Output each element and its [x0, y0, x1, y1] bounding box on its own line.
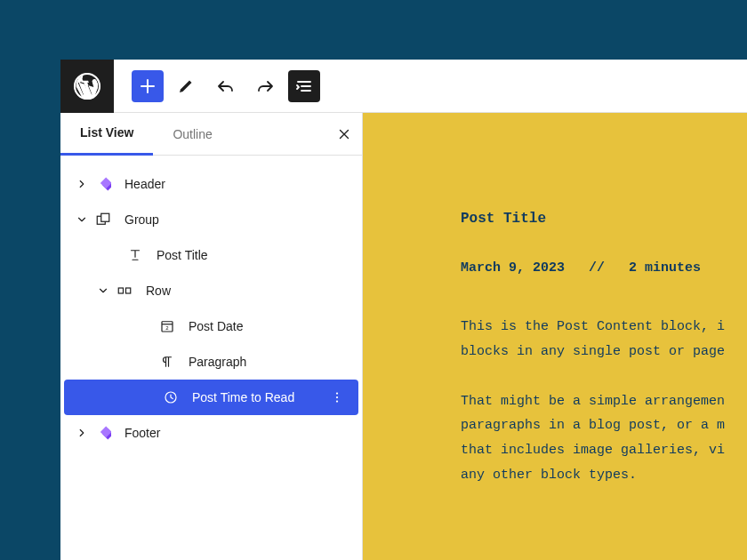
redo-button[interactable] [249, 70, 281, 102]
chevron-right-icon [71, 178, 92, 190]
tree-item-label: Row [146, 284, 351, 298]
close-icon [336, 126, 352, 142]
group-icon [92, 209, 114, 230]
editor-window: List View Outline Header [60, 60, 747, 560]
panel-tabs: List View Outline [60, 113, 362, 156]
tree-item-paragraph[interactable]: Paragraph [60, 344, 362, 380]
post-meta-row: March 9, 2023 // 2 minutes [461, 260, 747, 276]
tree-item-header[interactable]: Header [60, 166, 362, 202]
undo-button[interactable] [210, 70, 242, 102]
svg-rect-7 [126, 288, 131, 293]
tab-outline[interactable]: Outline [153, 113, 231, 156]
tree-item-row[interactable]: Row [60, 273, 362, 308]
editor-canvas[interactable]: Post Title March 9, 2023 // 2 minutes Th… [363, 113, 747, 560]
template-part-icon [92, 422, 114, 444]
wordpress-icon [73, 72, 101, 100]
editor-body: List View Outline Header [60, 113, 747, 560]
tree-item-label: Group [124, 212, 351, 227]
block-tree: Header Group Post Title [60, 156, 362, 461]
more-options-button[interactable] [326, 389, 348, 405]
list-view-icon [293, 76, 315, 97]
chevron-down-icon [71, 213, 92, 226]
row-icon [114, 280, 135, 301]
plus-icon [137, 76, 158, 97]
tree-item-label: Header [124, 177, 351, 191]
tree-item-label: Paragraph [189, 355, 351, 369]
meta-separator: // [589, 260, 605, 276]
more-vertical-icon [329, 389, 345, 405]
tree-item-post-time-to-read[interactable]: Post Time to Read [64, 380, 358, 415]
tree-item-label: Post Time to Read [192, 390, 326, 404]
tab-list-view[interactable]: List View [60, 113, 153, 156]
tree-item-post-date[interactable]: 2 Post Date [60, 308, 362, 344]
wordpress-logo[interactable] [60, 60, 114, 113]
post-date-value[interactable]: March 9, 2023 [461, 260, 565, 276]
list-view-panel: List View Outline Header [60, 113, 363, 560]
post-read-time-value[interactable]: 2 minutes [629, 260, 701, 276]
toolbar [114, 70, 320, 102]
svg-point-11 [336, 392, 338, 394]
post-title[interactable]: Post Title [461, 211, 747, 227]
edit-tool-button[interactable] [171, 70, 203, 102]
tree-item-group[interactable]: Group [60, 202, 362, 237]
post-date-icon: 2 [157, 316, 178, 337]
insert-block-button[interactable] [132, 70, 164, 102]
chevron-down-icon [92, 284, 114, 297]
pencil-icon [176, 76, 197, 97]
paragraph-icon [157, 351, 178, 372]
svg-point-13 [336, 400, 338, 402]
chevron-right-icon [71, 427, 92, 439]
svg-text:2: 2 [165, 325, 169, 331]
tree-item-post-title[interactable]: Post Title [60, 237, 362, 273]
list-view-toggle-button[interactable] [288, 70, 320, 102]
svg-rect-5 [101, 213, 109, 221]
tree-item-label: Post Title [157, 248, 351, 262]
topbar [60, 60, 747, 113]
post-content-paragraph[interactable]: That might be a simple arrangemen paragr… [461, 389, 747, 488]
tree-item-footer[interactable]: Footer [60, 415, 362, 451]
undo-icon [215, 76, 237, 97]
tree-item-label: Footer [124, 426, 351, 440]
close-panel-button[interactable] [333, 124, 355, 145]
tree-item-label: Post Date [189, 319, 351, 333]
post-title-icon [124, 244, 146, 266]
clock-icon [160, 387, 181, 408]
redo-icon [254, 76, 276, 97]
svg-point-12 [336, 396, 338, 398]
post-content-paragraph[interactable]: This is the Post Content block, i blocks… [461, 315, 747, 364]
svg-rect-6 [118, 288, 123, 293]
template-part-icon [92, 173, 114, 195]
